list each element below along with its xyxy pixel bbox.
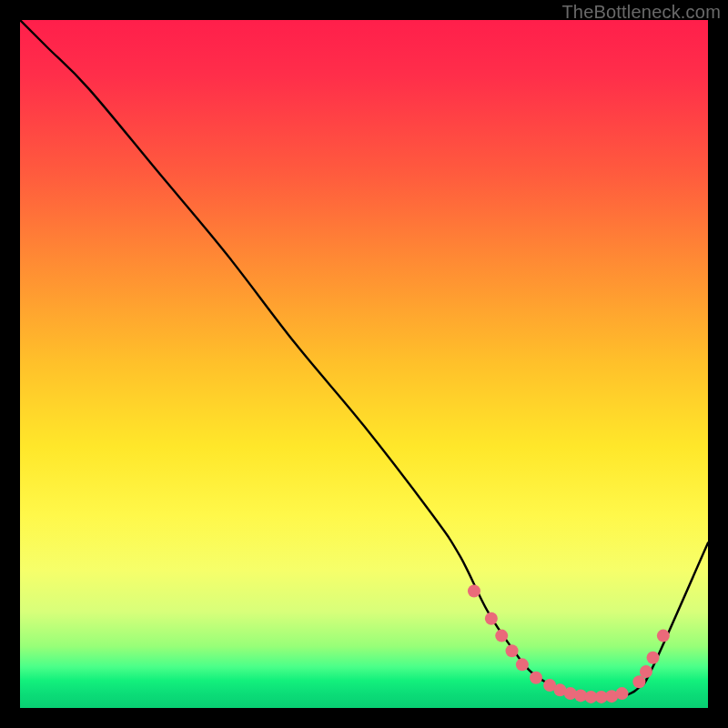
curve-marker bbox=[516, 658, 529, 671]
bottleneck-curve bbox=[20, 20, 708, 697]
curve-marker bbox=[616, 687, 629, 700]
chart-svg bbox=[20, 20, 708, 708]
watermark-text: TheBottleneck.com bbox=[561, 2, 721, 23]
curve-marker bbox=[506, 644, 519, 657]
curve-marker bbox=[495, 630, 508, 642]
plot-area bbox=[20, 20, 708, 708]
curve-marker bbox=[657, 630, 670, 642]
curve-marker bbox=[640, 665, 652, 678]
chart-frame: TheBottleneck.com bbox=[0, 0, 728, 728]
curve-marker bbox=[468, 584, 480, 597]
curve-markers bbox=[468, 584, 670, 703]
curve-marker bbox=[530, 672, 542, 684]
curve-marker bbox=[485, 612, 498, 625]
curve-marker bbox=[647, 652, 660, 664]
